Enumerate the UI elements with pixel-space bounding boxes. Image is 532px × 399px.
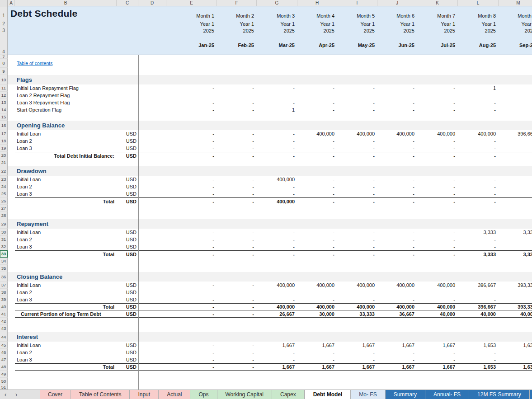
column-header-C[interactable]: C (117, 0, 138, 6)
value-cell[interactable]: - (337, 296, 377, 303)
row-label-cell[interactable]: Loan 3 (15, 145, 117, 152)
value-cell[interactable]: 393,333 (499, 282, 532, 289)
month-label[interactable]: Month 1 (166, 13, 214, 19)
column-header-H[interactable]: H (297, 0, 337, 6)
month-date-label[interactable]: Apr-25 (297, 42, 334, 48)
year-label[interactable]: Year 1 (257, 21, 295, 27)
value-cell[interactable]: - (499, 176, 532, 183)
value-cell[interactable]: 1,667 (257, 364, 297, 370)
row-label-cell[interactable]: Initial Loan (15, 229, 117, 236)
value-cell[interactable]: - (377, 99, 417, 106)
cell-d[interactable] (138, 364, 166, 370)
row-number-38[interactable]: 38 (0, 289, 8, 296)
cell-d[interactable] (138, 289, 166, 296)
month-label[interactable]: Month 2 (217, 13, 254, 19)
value-cell[interactable]: 40,000 (499, 310, 532, 317)
value-cell[interactable]: 1,667 (337, 342, 377, 349)
month-date-label[interactable]: Sep-25 (499, 42, 532, 48)
value-cell[interactable]: - (417, 92, 458, 99)
value-cell[interactable]: - (217, 130, 257, 137)
value-cell[interactable]: - (166, 356, 217, 363)
sheet-tab-b[interactable]: B (530, 390, 532, 399)
value-cell[interactable]: - (166, 243, 217, 250)
value-cell[interactable]: - (417, 356, 458, 363)
value-cell[interactable]: - (337, 229, 377, 236)
cell-d[interactable] (138, 92, 166, 99)
cell-d[interactable] (138, 282, 166, 289)
value-cell[interactable]: 1,667 (417, 342, 458, 349)
value-cell[interactable]: 400,000 (417, 130, 458, 137)
row-number-12[interactable]: 12 (0, 92, 8, 99)
cell-d[interactable] (138, 251, 166, 258)
value-cell[interactable]: - (417, 99, 458, 106)
value-cell[interactable]: - (417, 152, 458, 159)
year-value[interactable]: 2025 (377, 28, 414, 34)
value-cell[interactable]: - (377, 137, 417, 145)
value-cell[interactable]: - (217, 183, 257, 190)
sheet-tab-ops[interactable]: Ops (190, 390, 217, 399)
row-number-23[interactable]: 23 (0, 176, 8, 183)
value-cell[interactable]: - (297, 99, 337, 106)
value-cell[interactable]: - (217, 99, 257, 106)
value-cell[interactable]: - (377, 296, 417, 303)
value-cell[interactable]: 1,639 (499, 364, 532, 370)
year-label[interactable]: Year 1 (458, 21, 496, 27)
table-of-contents-link[interactable]: Table of contents (17, 61, 52, 66)
cell-a[interactable] (8, 145, 15, 152)
year-label[interactable]: Year 1 (297, 21, 334, 27)
year-value[interactable]: 2025 (417, 28, 455, 34)
unit-cell[interactable]: USD (117, 183, 138, 190)
value-cell[interactable]: - (458, 356, 499, 363)
unit-cell[interactable]: USD (117, 251, 138, 258)
unit-cell[interactable]: USD (117, 229, 138, 236)
value-cell[interactable]: 400,000 (417, 282, 458, 289)
value-cell[interactable]: - (377, 84, 417, 92)
row-number-30[interactable]: 30 (0, 229, 8, 236)
row-number-1[interactable]: 1 (0, 13, 7, 19)
value-cell[interactable]: - (166, 137, 217, 145)
value-cell[interactable]: - (217, 190, 257, 197)
value-cell[interactable]: - (217, 296, 257, 303)
cell-d[interactable] (138, 130, 166, 137)
value-cell[interactable]: - (166, 183, 217, 190)
row-label-cell[interactable]: Loan 2 (15, 137, 117, 145)
cell-a[interactable] (8, 152, 15, 159)
year-value[interactable]: 2025 (458, 28, 496, 34)
value-cell[interactable]: - (337, 106, 377, 113)
row-number-24[interactable]: 24 (0, 183, 8, 190)
unit-cell[interactable]: USD (117, 145, 138, 152)
sheet-tab-actual[interactable]: Actual (159, 390, 190, 399)
value-cell[interactable]: - (257, 349, 297, 356)
row-number-10[interactable]: 10 (0, 75, 8, 84)
cell-a[interactable] (8, 92, 15, 99)
row-number-41[interactable]: 41 (0, 310, 8, 318)
value-cell[interactable]: - (417, 84, 458, 92)
column-header-K[interactable]: K (417, 0, 458, 6)
value-cell[interactable]: - (166, 289, 217, 296)
cell-a[interactable] (8, 282, 15, 289)
row-label-cell[interactable]: Current Portion of long Term Debt (15, 310, 117, 317)
value-cell[interactable]: - (297, 296, 337, 303)
sheet-tab-mo-fs[interactable]: Mo- FS (351, 390, 385, 399)
value-cell[interactable]: - (217, 282, 257, 289)
value-cell[interactable]: - (417, 137, 458, 145)
column-header-G[interactable]: G (257, 0, 297, 6)
value-cell[interactable]: 1,667 (377, 364, 417, 370)
row-number-45[interactable]: 45 (0, 342, 8, 349)
value-cell[interactable]: - (337, 243, 377, 250)
row-number-22[interactable]: 22 (0, 166, 8, 176)
month-label[interactable]: Month 7 (417, 13, 455, 19)
value-cell[interactable]: - (337, 236, 377, 243)
value-cell[interactable]: - (377, 236, 417, 243)
value-cell[interactable]: - (297, 198, 337, 205)
value-cell[interactable]: - (458, 152, 499, 159)
row-number-15[interactable]: 15 (0, 113, 8, 121)
cell-d[interactable] (138, 243, 166, 250)
column-header-A[interactable]: A (8, 0, 15, 6)
cell-a[interactable] (8, 349, 15, 356)
value-cell[interactable]: 40,000 (458, 310, 499, 317)
tab-scroll-left-button[interactable]: ‹ (0, 390, 11, 399)
value-cell[interactable]: - (166, 92, 217, 99)
row-label-cell[interactable]: Loan 2 Repayment Flag (15, 92, 117, 99)
value-cell[interactable]: - (377, 183, 417, 190)
